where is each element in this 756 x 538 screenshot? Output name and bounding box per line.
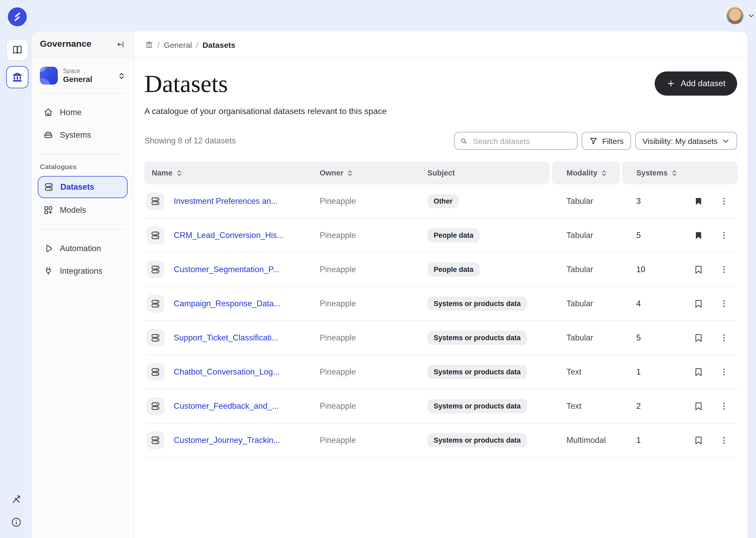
dataset-systems-count: 1: [636, 436, 641, 445]
kebab-icon: [719, 265, 729, 274]
subject-badge: Other: [427, 194, 459, 208]
datasets-icon: [150, 230, 161, 241]
dataset-name-link[interactable]: Investment Preferences an...: [174, 196, 278, 206]
kebab-icon: [719, 367, 729, 377]
dataset-name-link[interactable]: Campaign_Response_Data...: [174, 299, 281, 308]
datasets-icon: [150, 264, 161, 275]
sidebar-item-datasets[interactable]: Datasets: [38, 176, 127, 198]
chevron-down-icon: [722, 137, 730, 145]
table-row: CRM_Lead_Conversion_His... Pineapple Peo…: [144, 219, 737, 253]
bookmark-button[interactable]: [691, 399, 705, 413]
info-rail-button[interactable]: [10, 516, 23, 528]
sidebar-item-home[interactable]: Home: [38, 102, 127, 123]
table-row: Campaign_Response_Data... Pineapple Syst…: [144, 287, 737, 321]
logo-icon: [12, 11, 23, 23]
dataset-systems-count: 2: [636, 402, 641, 411]
column-header-name[interactable]: Name: [152, 169, 182, 177]
bookmark-button[interactable]: [691, 194, 705, 208]
kebab-icon: [719, 196, 729, 206]
subject-badge: Systems or products data: [427, 365, 527, 379]
kebab-menu-button[interactable]: [718, 366, 730, 378]
sidebar-item-systems[interactable]: Systems: [38, 125, 127, 145]
sidebar-item-label: Models: [60, 205, 86, 215]
bookmark-icon: [693, 299, 703, 309]
dataset-icon-box: [147, 431, 164, 449]
sidebar-item-label: Home: [60, 108, 82, 117]
table-row: Customer_Journey_Trackin... Pineapple Sy…: [144, 423, 737, 457]
home-icon: [43, 107, 54, 118]
bookmark-button[interactable]: [691, 365, 705, 379]
column-label: Name: [152, 169, 172, 177]
page-title: Datasets: [144, 69, 228, 98]
dataset-icon-box: [147, 295, 164, 313]
library-rail-button[interactable]: [6, 39, 28, 61]
search-input[interactable]: [472, 136, 572, 146]
add-dataset-label: Add dataset: [681, 79, 726, 88]
brand-logo[interactable]: [8, 7, 27, 26]
dataset-name-link[interactable]: Customer_Feedback_and_...: [174, 402, 279, 411]
dataset-name-link[interactable]: Customer_Journey_Trackin...: [174, 436, 280, 445]
kebab-menu-button[interactable]: [718, 229, 730, 242]
dataset-modality: Tabular: [566, 299, 593, 308]
column-header-owner[interactable]: Owner: [320, 169, 353, 177]
bookmark-button[interactable]: [691, 433, 705, 447]
filters-label: Filters: [602, 136, 624, 145]
user-menu-chevron-icon[interactable]: [748, 12, 755, 20]
column-label: Modality: [566, 169, 597, 177]
bookmark-button[interactable]: [691, 263, 705, 276]
sidebar-item-integrations[interactable]: Integrations: [38, 261, 127, 282]
datasets-icon: [150, 333, 161, 343]
dataset-name-link[interactable]: Support_Ticket_Classificati...: [174, 333, 278, 343]
sidebar-item-automation[interactable]: Automation: [38, 238, 127, 259]
kebab-icon: [719, 436, 729, 445]
divider: [40, 154, 125, 154]
kebab-menu-button[interactable]: [718, 400, 730, 412]
dataset-modality: Tabular: [566, 231, 593, 240]
column-label: Systems: [636, 169, 668, 177]
collapse-sidebar-button[interactable]: [117, 40, 125, 49]
dataset-modality: Multimodal: [566, 436, 606, 445]
column-label: Owner: [320, 169, 343, 177]
column-header-systems[interactable]: Systems: [636, 169, 678, 177]
divider: [40, 229, 125, 230]
column-header-modality[interactable]: Modality: [566, 169, 607, 177]
dataset-name-link[interactable]: Customer_Segmentation_P...: [174, 265, 280, 274]
tools-rail-button[interactable]: [10, 493, 23, 506]
dataset-owner: Pineapple: [320, 333, 356, 343]
visibility-dropdown[interactable]: Visibility: My datasets: [635, 132, 737, 150]
space-label: Space: [63, 68, 112, 75]
kebab-menu-button[interactable]: [718, 332, 730, 344]
bookmark-button[interactable]: [691, 297, 705, 310]
sidebar-item-models[interactable]: Models: [38, 200, 127, 221]
catalogues-section-label: Catalogues: [40, 163, 125, 171]
dataset-icon-box: [147, 192, 164, 210]
bookmark-button[interactable]: [691, 331, 705, 345]
subject-badge: Systems or products data: [427, 296, 527, 311]
sidebar-item-label: Datasets: [60, 182, 94, 192]
plug-icon: [43, 266, 54, 276]
search-box: [454, 132, 578, 150]
models-icon: [43, 205, 54, 215]
bookmark-icon: [693, 435, 703, 445]
dataset-modality: Tabular: [566, 265, 593, 274]
dataset-name-link[interactable]: CRM_Lead_Conversion_His...: [174, 231, 284, 240]
bookmark-button[interactable]: [691, 229, 705, 242]
table-row: Investment Preferences an... Pineapple O…: [144, 185, 737, 219]
kebab-menu-button[interactable]: [718, 263, 730, 276]
filters-button[interactable]: Filters: [582, 132, 631, 150]
avatar[interactable]: [727, 7, 743, 24]
dataset-owner: Pineapple: [320, 231, 356, 240]
kebab-menu-button[interactable]: [718, 297, 730, 310]
breadcrumb-item-general[interactable]: General: [164, 40, 192, 49]
sort-icon: [601, 169, 607, 177]
dataset-name-link[interactable]: Chatbot_Conversation_Log...: [174, 367, 280, 377]
governance-rail-button[interactable]: [6, 66, 28, 88]
bank-icon[interactable]: [145, 40, 153, 49]
kebab-menu-button[interactable]: [718, 434, 730, 447]
space-selector[interactable]: Space General: [38, 67, 127, 84]
sidebar-header: Governance: [31, 31, 134, 57]
kebab-menu-button[interactable]: [718, 195, 730, 207]
add-dataset-button[interactable]: Add dataset: [654, 72, 737, 96]
page-description: A catalogue of your organisational datas…: [134, 98, 748, 116]
kebab-icon: [719, 402, 729, 411]
